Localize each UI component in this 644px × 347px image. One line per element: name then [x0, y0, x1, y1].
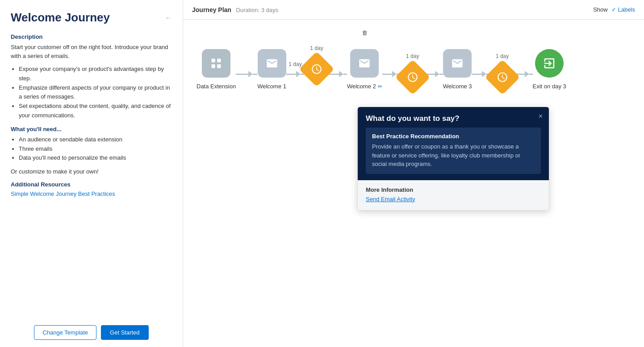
node-wait-3[interactable]: 1 day — [490, 53, 515, 90]
day-label-1: 1 day — [289, 61, 301, 67]
node-wait-2[interactable]: 1 day — [400, 53, 425, 90]
wait-1-day-label: 1 day — [310, 45, 323, 53]
page-title-row: Welcome Journey ← — [11, 11, 172, 25]
additional-resources-heading: Additional Resources — [11, 181, 172, 188]
node-exit[interactable]: Exit on day 3 — [533, 37, 566, 90]
footer-buttons: Change Template Get Started — [11, 318, 172, 340]
node-welcome-3[interactable]: Welcome 3 — [443, 37, 472, 90]
welcome-3-label: Welcome 3 — [443, 83, 472, 90]
show-label: Show — [593, 6, 608, 13]
labels-toggle[interactable]: ✓ Labels — [611, 6, 635, 13]
welcome-2-icon — [350, 49, 379, 78]
left-panel: Welcome Journey ← Description Start your… — [0, 0, 183, 347]
best-practice-box: Best Practice Recommendation Provide an … — [366, 128, 541, 174]
svg-rect-2 — [212, 64, 215, 68]
left-panel-content: Welcome Journey ← Description Start your… — [11, 11, 172, 318]
wait-1-diamond — [299, 51, 334, 87]
welcome-2-edit-icon[interactable]: ✏ — [378, 83, 382, 90]
description-text: Start your customer off on the right foo… — [11, 43, 172, 60]
node-welcome-2[interactable]: 🗑 Welcome 2 ✏ — [347, 37, 382, 90]
wait-3-day-label: 1 day — [496, 53, 509, 61]
svg-rect-0 — [212, 59, 215, 62]
resource-link[interactable]: Simple Welcome Journey Best Practices — [11, 190, 115, 197]
journey-plan-title-area: Journey Plan Duration: 3 days — [192, 6, 278, 14]
canvas-area: Data Extension Welcome 1 1 day — [183, 20, 644, 347]
what-youll-need-heading: What you'll need... — [11, 126, 172, 132]
duration-label: Duration: 3 days — [236, 7, 278, 13]
customize-text: Or customize to make it your own! — [11, 168, 172, 175]
more-info-label: More Information — [366, 186, 541, 193]
exit-label: Exit on day 3 — [533, 83, 566, 90]
data-extension-label: Data Extension — [197, 83, 236, 90]
delete-welcome-2-icon[interactable]: 🗑 — [362, 29, 368, 36]
checkmark-icon: ✓ — [611, 6, 616, 13]
more-info-link[interactable]: Send Email Activity — [366, 196, 415, 202]
connector-1 — [236, 71, 257, 77]
welcome-1-icon — [258, 49, 286, 78]
svg-rect-3 — [217, 64, 221, 68]
connector-3 — [329, 71, 347, 77]
tooltip-footer: More Information Send Email Activity — [358, 180, 549, 210]
header-right: Show ✓ Labels — [593, 6, 635, 13]
needs-bullets: An audience or sendable data extension T… — [19, 135, 172, 163]
wait-3-diamond — [485, 59, 520, 95]
tooltip-header: What do you want to say? × Best Practice… — [358, 107, 549, 180]
node-data-extension[interactable]: Data Extension — [197, 37, 236, 90]
back-arrow-icon[interactable]: ← — [165, 14, 172, 22]
description-heading: Description — [11, 33, 172, 40]
welcome-2-label: Welcome 2 — [347, 83, 376, 90]
node-wait-1[interactable]: 1 day — [304, 45, 329, 90]
best-practice-text: Provide an offer or coupon as a thank yo… — [372, 142, 535, 169]
labels-label: Labels — [618, 6, 635, 13]
description-bullets: Expose your company's or product's advan… — [19, 65, 172, 120]
bullet-1: Expose your company's or product's advan… — [19, 65, 172, 83]
journey-header: Journey Plan Duration: 3 days Show ✓ Lab… — [183, 0, 644, 20]
tooltip-close-button[interactable]: × — [539, 112, 543, 120]
node-welcome-1[interactable]: Welcome 1 — [257, 37, 286, 90]
journey-plan-label: Journey Plan — [192, 6, 231, 13]
exit-icon — [535, 49, 564, 78]
wait-2-diamond — [395, 59, 430, 95]
bullet-3: Set expectations about the content, qual… — [19, 102, 172, 120]
change-template-button[interactable]: Change Template — [34, 325, 96, 340]
welcome-1-label: Welcome 1 — [257, 83, 286, 90]
best-practice-title: Best Practice Recommendation — [372, 133, 535, 140]
wait-2-day-label: 1 day — [406, 53, 419, 61]
welcome-3-icon — [443, 49, 472, 78]
get-started-button[interactable]: Get Started — [101, 325, 148, 340]
svg-rect-1 — [217, 59, 221, 62]
need-1: An audience or sendable data extension — [19, 135, 172, 145]
need-3: Data you'll need to personalize the emai… — [19, 153, 172, 163]
right-panel: Journey Plan Duration: 3 days Show ✓ Lab… — [183, 0, 644, 347]
bullet-2: Emphasize different aspects of your comp… — [19, 83, 172, 102]
need-2: Three emails — [19, 145, 172, 154]
tooltip-title: What do you want to say? — [366, 114, 541, 123]
tooltip-popup: What do you want to say? × Best Practice… — [357, 107, 549, 211]
welcome-2-label-area: Welcome 2 ✏ — [347, 83, 382, 90]
data-extension-icon — [202, 49, 230, 78]
page-title: Welcome Journey — [11, 11, 110, 25]
journey-flow: Data Extension Welcome 1 1 day — [197, 37, 631, 94]
